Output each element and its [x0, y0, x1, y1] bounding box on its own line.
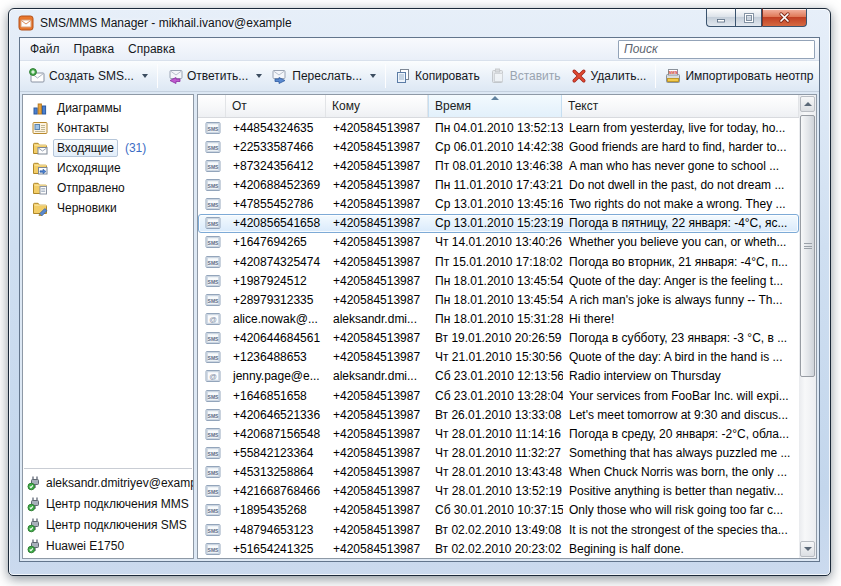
- cell-from: +1236488653: [227, 350, 327, 364]
- cell-from: alice.nowak@...: [227, 312, 327, 326]
- scroll-track[interactable]: [800, 113, 815, 540]
- toolbar-button-delete[interactable]: Удалить...: [566, 65, 652, 87]
- column-header-from[interactable]: От: [226, 95, 326, 117]
- minimize-button[interactable]: [706, 8, 735, 27]
- table-row[interactable]: SMS+51654241325+420584513987Вт 02.02.201…: [198, 539, 799, 558]
- table-row[interactable]: SMS+47855452786+420584513987Ср 13.01.201…: [198, 195, 799, 214]
- message-type-cell: SMS: [199, 139, 227, 155]
- table-row[interactable]: SMS+1646851658+420584513987Сб 23.01.2010…: [198, 386, 799, 405]
- table-row[interactable]: SMS+420687156548+420584513987Чт 28.01.20…: [198, 424, 799, 443]
- dropdown-arrow-icon[interactable]: [256, 74, 262, 78]
- device-icon: [27, 475, 43, 491]
- device-icon: [27, 538, 43, 554]
- toolbar-button-reply[interactable]: Ответить...: [162, 65, 267, 87]
- account-item-account-email[interactable]: aleksandr.dmitriyev@examp...: [23, 472, 193, 493]
- scroll-up-button[interactable]: [800, 96, 815, 112]
- message-type-cell: SMS: [199, 273, 227, 289]
- toolbar-button-import[interactable]: SMSИмпортировать неотпр: [660, 65, 818, 87]
- column-header-time[interactable]: Время: [428, 95, 562, 117]
- menu-item-file[interactable]: Файл: [23, 40, 67, 58]
- toolbar-button-label: Ответить...: [187, 69, 248, 83]
- svg-text:SMS: SMS: [208, 451, 220, 457]
- table-row[interactable]: SMS+44854324635+420584513987Пн 04.01.201…: [198, 118, 799, 137]
- table-row[interactable]: SMS+420874325474+420584513987Пт 15.01.20…: [198, 252, 799, 271]
- table-row[interactable]: SMS+22533587466+420584513987Ср 06.01.201…: [198, 137, 799, 156]
- table-row[interactable]: SMS+1987924512+420584513987Пн 18.01.2010…: [198, 271, 799, 290]
- cell-to: +420584513987: [327, 255, 429, 269]
- dropdown-arrow-icon[interactable]: [142, 74, 148, 78]
- cell-text: It is not the strongest of the species t…: [563, 523, 798, 537]
- svg-text:SMS: SMS: [208, 221, 220, 227]
- table-row[interactable]: SMS+421668768466+420584513987Чт 28.01.20…: [198, 482, 799, 501]
- menu-item-help[interactable]: Справка: [121, 40, 182, 58]
- dropdown-arrow-icon[interactable]: [370, 74, 376, 78]
- sidebar-item-sent[interactable]: Отправлено: [23, 178, 193, 198]
- cell-to: +420584513987: [327, 427, 429, 441]
- maximize-button[interactable]: [735, 8, 762, 27]
- account-label: Центр подключения MMS: [46, 497, 189, 511]
- sidebar-item-inbox[interactable]: Входящие(31): [23, 138, 193, 158]
- table-row[interactable]: SMS+420644684561+420584513987Вт 19.01.20…: [198, 329, 799, 348]
- menu-item-edit[interactable]: Правка: [67, 40, 122, 58]
- account-item-sms-center[interactable]: Центр подключения SMS: [23, 514, 193, 535]
- cell-to: +420584513987: [327, 216, 429, 230]
- vertical-scrollbar[interactable]: [799, 95, 816, 558]
- close-button[interactable]: [762, 8, 807, 27]
- cell-time: Чт 28.01.2010 13:52:19: [429, 484, 563, 498]
- table-row[interactable]: SMS+1647694265+420584513987Чт 14.01.2010…: [198, 233, 799, 252]
- cell-time: Пн 18.01.2010 15:31:28: [429, 312, 563, 326]
- cell-to: +420584513987: [327, 178, 429, 192]
- desktop: SMS/MMS Manager - mikhail.ivanov@example…: [0, 0, 841, 586]
- table-row[interactable]: SMS+420646521336+420584513987Вт 26.01.20…: [198, 405, 799, 424]
- delete-icon: [571, 68, 587, 84]
- scroll-down-button[interactable]: [800, 541, 815, 557]
- table-row[interactable]: SMS+420856541658+420584513987Ср 13.01.20…: [198, 214, 799, 233]
- cell-time: Пн 18.01.2010 13:45:54: [429, 293, 563, 307]
- toolbar-button-forward[interactable]: Переслать...: [267, 65, 381, 87]
- column-header-to[interactable]: Кому: [326, 95, 428, 117]
- cell-from: +420644684561: [227, 331, 327, 345]
- search-input[interactable]: [618, 40, 815, 59]
- table-row[interactable]: SMS+48794653123+420584513987Вт 02.02.201…: [198, 520, 799, 539]
- table-row[interactable]: @alice.nowak@...aleksandr.dmi...Пн 18.01…: [198, 309, 799, 328]
- column-header-icon[interactable]: [198, 95, 226, 117]
- table-row[interactable]: SMS+420688452369+420584513987Пн 11.01.20…: [198, 175, 799, 194]
- sidebar-item-drafts[interactable]: Черновики: [23, 198, 193, 218]
- titlebar[interactable]: SMS/MMS Manager - mikhail.ivanov@example: [9, 9, 830, 37]
- cell-to: +420584513987: [327, 523, 429, 537]
- table-row[interactable]: SMS+1236488653+420584513987Чт 21.01.2010…: [198, 348, 799, 367]
- message-type-cell: SMS: [199, 177, 227, 193]
- table-row[interactable]: SMS+55842123364+420584513987Чт 28.01.201…: [198, 443, 799, 462]
- cell-from: +1987924512: [227, 274, 327, 288]
- outbox-folder-icon: [32, 160, 48, 176]
- scroll-thumb[interactable]: [800, 115, 815, 377]
- sidebar-item-charts[interactable]: Диаграммы: [23, 98, 193, 118]
- table-body: SMS+44854324635+420584513987Пн 04.01.201…: [198, 118, 799, 558]
- account-item-huawei-modem[interactable]: Huawei E1750: [23, 535, 193, 556]
- toolbar-button-paste[interactable]: Вставить: [485, 65, 566, 87]
- toolbar-button-label: Вставить: [510, 69, 561, 83]
- toolbar-button-copy[interactable]: Копировать: [390, 65, 485, 87]
- cell-time: Чт 28.01.2010 11:14:16: [429, 427, 563, 441]
- column-header-text[interactable]: Текст: [562, 95, 799, 117]
- cell-text: Only those who will risk going too far c…: [563, 503, 798, 517]
- svg-text:SMS: SMS: [208, 393, 220, 399]
- cell-text: Let's meet tomorrow at 9:30 and discus..…: [563, 408, 798, 422]
- table-row[interactable]: SMS+1895435268+420584513987Сб 30.01.2010…: [198, 501, 799, 520]
- toolbar-button-new-sms[interactable]: Создать SMS...: [24, 65, 153, 87]
- sms-icon: SMS: [205, 139, 221, 155]
- account-item-mms-center[interactable]: Центр подключения MMS: [23, 493, 193, 514]
- cell-time: Вт 26.01.2010 13:33:08: [429, 408, 563, 422]
- table-row[interactable]: SMS+87324356412+420584513987Пт 08.01.201…: [198, 156, 799, 175]
- cell-to: +420584513987: [327, 235, 429, 249]
- sms-icon: SMS: [205, 522, 221, 538]
- sidebar-item-contacts[interactable]: Контакты: [23, 118, 193, 138]
- table-row[interactable]: @jenny.page@e...aleksandr.dmi...Сб 23.01…: [198, 367, 799, 386]
- folder-label: Черновики: [53, 199, 121, 217]
- table-row[interactable]: SMS+45313258864+420584513987Чт 28.01.201…: [198, 463, 799, 482]
- cell-from: +420646521336: [227, 408, 327, 422]
- table-row[interactable]: SMS+28979312335+420584513987Пн 18.01.201…: [198, 290, 799, 309]
- cell-time: Пн 04.01.2010 13:52:13: [429, 121, 563, 135]
- sidebar-item-outbox[interactable]: Исходящие: [23, 158, 193, 178]
- sms-icon: SMS: [205, 464, 221, 480]
